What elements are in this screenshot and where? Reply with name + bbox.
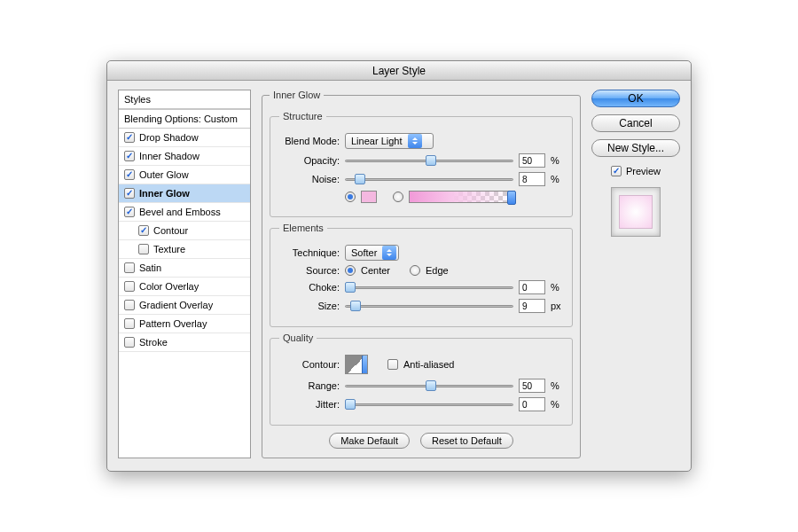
structure-group: Structure Blend Mode: Linear Light Opaci… — [270, 111, 573, 217]
layer-style-dialog: Layer Style Styles Blending Options: Cus… — [106, 60, 692, 472]
sidebar-checkbox[interactable] — [138, 225, 149, 236]
reset-default-button[interactable]: Reset to Default — [420, 433, 513, 449]
sidebar-item-bevel-and-emboss[interactable]: Bevel and Emboss — [119, 203, 250, 222]
range-unit: % — [551, 380, 563, 391]
contour-picker[interactable] — [345, 355, 368, 374]
choke-input[interactable] — [519, 280, 545, 294]
technique-label: Technique: — [279, 247, 340, 258]
jitter-slider[interactable] — [345, 398, 513, 411]
jitter-unit: % — [551, 399, 563, 410]
sidebar-checkbox[interactable] — [124, 318, 135, 329]
range-slider[interactable] — [345, 379, 513, 392]
sidebar-item-label: Pattern Overlay — [139, 318, 207, 329]
sidebar-checkbox[interactable] — [138, 244, 149, 254]
noise-slider[interactable] — [345, 173, 513, 185]
elements-group: Elements Technique: Softer Source: Cente… — [270, 223, 573, 327]
color-radio[interactable] — [345, 192, 356, 202]
technique-select[interactable]: Softer — [345, 245, 399, 261]
cancel-button[interactable]: Cancel — [591, 114, 680, 132]
chevron-down-icon — [507, 191, 516, 205]
panel-title: Inner Glow — [270, 90, 324, 100]
sidebar-item-color-overlay[interactable]: Color Overlay — [119, 278, 250, 296]
gradient-picker[interactable] — [409, 191, 515, 203]
noise-input[interactable] — [519, 172, 545, 186]
sidebar-checkbox[interactable] — [124, 188, 135, 199]
sidebar-item-gradient-overlay[interactable]: Gradient Overlay — [119, 296, 250, 315]
sidebar-item-label: Satin — [139, 262, 161, 273]
styles-sidebar: Styles Blending Options: Custom Drop Sha… — [118, 90, 251, 458]
sidebar-checkbox[interactable] — [124, 262, 135, 273]
choke-slider[interactable] — [345, 281, 513, 293]
preview-label: Preview — [626, 166, 661, 176]
chevron-updown-icon — [382, 246, 396, 260]
contour-label: Contour: — [279, 359, 340, 370]
preview-thumbnail — [611, 187, 661, 237]
sidebar-item-label: Stroke — [139, 337, 168, 348]
elements-title: Elements — [279, 223, 327, 233]
structure-title: Structure — [279, 111, 326, 121]
sidebar-item-label: Texture — [153, 244, 185, 254]
antialias-checkbox[interactable] — [387, 359, 398, 370]
sidebar-item-satin[interactable]: Satin — [119, 259, 250, 278]
sidebar-checkbox[interactable] — [124, 132, 135, 143]
opacity-label: Opacity: — [279, 155, 340, 166]
sidebar-item-label: Inner Glow — [139, 188, 190, 199]
dialog-content: Styles Blending Options: Custom Drop Sha… — [107, 81, 691, 471]
noise-unit: % — [551, 174, 563, 184]
sidebar-checkbox[interactable] — [124, 169, 135, 180]
jitter-label: Jitter: — [279, 399, 340, 410]
sidebar-item-texture[interactable]: Texture — [119, 240, 250, 259]
quality-group: Quality Contour: Anti-aliased Range: % — [270, 332, 573, 426]
make-default-button[interactable]: Make Default — [329, 433, 410, 449]
size-slider[interactable] — [345, 300, 513, 312]
sidebar-item-label: Contour — [153, 225, 188, 236]
sidebar-item-inner-glow[interactable]: Inner Glow — [119, 184, 250, 203]
range-input[interactable] — [519, 379, 545, 393]
size-unit: px — [551, 301, 563, 311]
range-label: Range: — [279, 380, 340, 391]
antialias-label: Anti-aliased — [403, 359, 454, 370]
sidebar-checkbox[interactable] — [124, 207, 135, 217]
chevron-updown-icon — [408, 134, 422, 148]
blend-mode-select[interactable]: Linear Light — [345, 133, 434, 149]
sidebar-checkbox[interactable] — [124, 151, 135, 161]
noise-label: Noise: — [279, 174, 340, 184]
sidebar-checkbox[interactable] — [124, 300, 135, 310]
sidebar-item-stroke[interactable]: Stroke — [119, 333, 250, 352]
sidebar-item-label: Color Overlay — [139, 281, 199, 292]
inner-glow-panel: Inner Glow Structure Blend Mode: Linear … — [262, 90, 581, 458]
sidebar-blending[interactable]: Blending Options: Custom — [119, 109, 250, 129]
opacity-slider[interactable] — [345, 154, 513, 167]
sidebar-item-inner-shadow[interactable]: Inner Shadow — [119, 147, 250, 166]
chevron-down-icon — [362, 355, 368, 374]
opacity-unit: % — [551, 155, 563, 166]
sidebar-item-label: Gradient Overlay — [139, 300, 213, 310]
sidebar-item-pattern-overlay[interactable]: Pattern Overlay — [119, 315, 250, 333]
size-label: Size: — [279, 301, 340, 311]
sidebar-item-drop-shadow[interactable]: Drop Shadow — [119, 129, 250, 147]
sidebar-item-outer-glow[interactable]: Outer Glow — [119, 166, 250, 184]
sidebar-item-label: Outer Glow — [139, 169, 189, 180]
gradient-radio[interactable] — [393, 192, 403, 202]
source-center-radio[interactable] — [345, 265, 356, 276]
preview-swatch — [619, 195, 653, 229]
sidebar-item-contour[interactable]: Contour — [119, 222, 250, 240]
blend-mode-label: Blend Mode: — [279, 136, 340, 146]
jitter-input[interactable] — [519, 397, 545, 411]
dialog-buttons: OK Cancel New Style... Preview — [591, 90, 680, 458]
source-edge-radio[interactable] — [410, 265, 420, 276]
new-style-button[interactable]: New Style... — [591, 139, 680, 157]
opacity-input[interactable] — [519, 153, 545, 168]
sidebar-header[interactable]: Styles — [119, 90, 250, 109]
blend-mode-value: Linear Light — [351, 136, 403, 146]
source-center-label: Center — [361, 265, 390, 276]
sidebar-item-label: Bevel and Emboss — [139, 207, 221, 217]
ok-button[interactable]: OK — [591, 90, 680, 107]
source-label: Source: — [279, 265, 340, 276]
sidebar-checkbox[interactable] — [124, 337, 135, 348]
quality-title: Quality — [279, 332, 317, 343]
size-input[interactable] — [519, 299, 545, 313]
preview-checkbox[interactable] — [611, 166, 622, 176]
sidebar-checkbox[interactable] — [124, 281, 135, 292]
color-swatch[interactable] — [361, 191, 377, 203]
